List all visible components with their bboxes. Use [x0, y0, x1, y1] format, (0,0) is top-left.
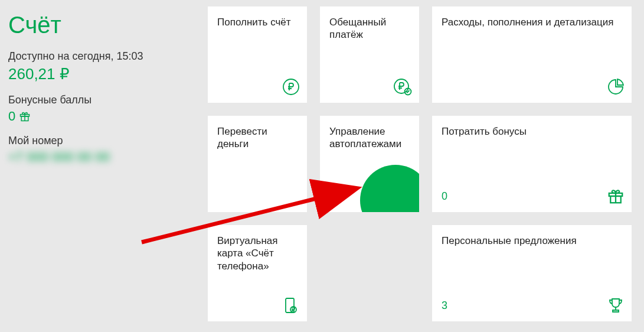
- actions-grid: Пополнить счёт Обещанный платёж Расх: [201, 0, 644, 332]
- card-virtual-card[interactable]: Виртуальная карта «Счёт телефона»: [207, 224, 308, 322]
- phone-card-icon: [282, 297, 300, 314]
- bonus-value: 0: [8, 109, 15, 124]
- card-spend-bonus[interactable]: Потратить бонусы 0: [431, 115, 632, 213]
- card-autopay[interactable]: Управление автоплатежами: [319, 115, 420, 213]
- gift-icon: [607, 187, 625, 205]
- ruble-circle-icon: [282, 78, 300, 96]
- ruble-check-icon: [393, 78, 412, 96]
- card-offers[interactable]: Персональные предложения 3: [431, 224, 632, 322]
- card-topup[interactable]: Пополнить счёт: [207, 6, 308, 103]
- card-title: Пополнить счёт: [217, 16, 298, 28]
- card-transfer[interactable]: Перевести деньги: [207, 115, 308, 213]
- phone-label: Мой номер: [8, 135, 193, 147]
- card-value: 0: [442, 190, 447, 203]
- pie-chart-icon: [607, 78, 625, 96]
- gift-icon: [19, 110, 31, 122]
- card-title: Расходы, пополнения и детализация: [442, 16, 622, 28]
- card-title: Обещанный платёж: [329, 16, 410, 41]
- bonus-label: Бонусные баллы: [8, 94, 193, 106]
- card-title: Персональные предложения: [442, 235, 622, 247]
- card-title: Потратить бонусы: [442, 125, 622, 138]
- trophy-icon: [607, 297, 625, 314]
- phone-number: +7 000 000 00 00: [8, 149, 193, 165]
- card-value: 3: [442, 300, 447, 312]
- card-title: Перевести деньги: [217, 125, 298, 151]
- page-title: Счёт: [8, 12, 193, 38]
- balance-amount: 260,21 ₽: [8, 65, 193, 83]
- highlight-circle: [360, 165, 420, 213]
- card-title: Виртуальная карта «Счёт телефона»: [217, 235, 298, 272]
- card-promised-payment[interactable]: Обещанный платёж: [319, 6, 420, 103]
- card-title: Управление автоплатежами: [329, 125, 410, 151]
- card-expenses[interactable]: Расходы, пополнения и детализация: [431, 6, 632, 103]
- bonus-value-row: 0: [8, 109, 193, 124]
- account-sidebar: Счёт Доступно на сегодня, 15:03 260,21 ₽…: [0, 0, 201, 332]
- available-label: Доступно на сегодня, 15:03: [8, 50, 193, 63]
